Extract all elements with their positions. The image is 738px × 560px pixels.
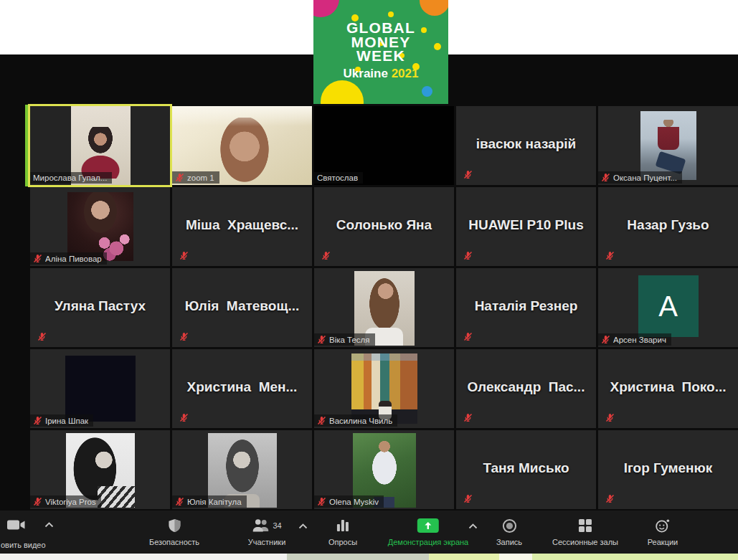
participant-tile[interactable]: Олександр Пас...	[456, 349, 596, 428]
participant-tile[interactable]: Міша Хращевс...	[172, 187, 312, 266]
muted-mic-icon	[179, 413, 189, 422]
participant-tile[interactable]: Назар Гузьо	[598, 187, 738, 266]
muted-mic-icon	[463, 251, 473, 260]
participant-tile[interactable]: A Арсен Зварич	[598, 268, 738, 347]
chevron-up-icon[interactable]	[44, 522, 54, 528]
muted-mic-icon	[463, 170, 473, 179]
participant-tile[interactable]: Христина Мен...	[172, 349, 312, 428]
participant-name: Василина Чвиль	[329, 417, 392, 425]
participant-name: Юлія Капітула	[187, 498, 242, 506]
name-label	[460, 331, 478, 343]
name-label: Viktoriya Pros	[30, 495, 101, 508]
name-label	[460, 169, 478, 181]
name-label: Віка Тесля	[314, 333, 375, 346]
muted-mic-icon	[605, 494, 615, 503]
avatar	[640, 111, 696, 180]
muted-mic-icon	[179, 332, 189, 341]
participant-tile[interactable]: Юлія Капітула	[172, 430, 312, 509]
participant-tile[interactable]: Таня Мисько	[456, 430, 596, 509]
polls-label: Опросы	[328, 538, 357, 546]
name-label	[318, 250, 336, 262]
participant-name-center: Солонько Яна	[314, 217, 454, 233]
logo-line: GLOBAL	[313, 21, 448, 35]
meeting-area: Мирослава Гупал... zoom 1 Святослав	[0, 54, 738, 560]
participant-tile[interactable]: Святослав	[314, 106, 454, 185]
participants-chevron-up-icon[interactable]	[298, 523, 308, 529]
muted-mic-icon	[463, 413, 473, 422]
name-label: Арсен Зварич	[598, 333, 671, 346]
participant-name: Ірина Шпак	[45, 417, 88, 425]
participant-tile[interactable]: Наталія Резнер	[456, 268, 596, 347]
polls-button[interactable]: Опросы	[328, 518, 357, 546]
participant-tile[interactable]: Мирослава Гупал...	[30, 106, 170, 185]
participant-tile[interactable]: івасюк назарій	[456, 106, 596, 185]
muted-mic-icon	[37, 332, 47, 341]
muted-mic-icon	[605, 413, 615, 422]
name-label	[460, 250, 478, 262]
avatar: A	[638, 275, 699, 337]
video-camera-icon	[6, 518, 26, 531]
muted-mic-icon	[175, 497, 184, 506]
participant-tile[interactable]: Уляна Пастух	[30, 268, 170, 347]
participant-name: Olena Myskiv	[329, 498, 379, 506]
participant-grid: Мирослава Гупал... zoom 1 Святослав	[30, 106, 738, 509]
logo-country: Ukraine	[344, 67, 388, 80]
participants-count-badge: 34	[273, 521, 281, 530]
desktop-strip-green2	[532, 554, 738, 560]
participant-tile[interactable]: zoom 1	[172, 106, 312, 185]
participant-name-center: Юлія Матевощ...	[172, 298, 312, 314]
participants-button[interactable]: 34 Участники	[248, 518, 286, 546]
participant-name: Мирослава Гупал...	[33, 174, 107, 182]
stop-video-button[interactable]: овить видео	[0, 518, 86, 531]
participant-tile[interactable]: Віка Тесля	[314, 268, 454, 347]
muted-mic-icon	[175, 173, 184, 182]
participant-name-center: Уляна Пастух	[30, 298, 170, 314]
avatar	[67, 192, 133, 261]
participant-tile[interactable]: Оксана Пуцент...	[598, 106, 738, 185]
participant-name-center: HUAWEI P10 Plus	[456, 217, 596, 233]
record-button[interactable]: Запись	[496, 518, 522, 546]
gmw-logo-subtitle: Ukraine 2021	[313, 67, 448, 81]
participant-tile[interactable]: Ірина Шпак	[30, 349, 170, 428]
participant-tile[interactable]: Olena Myskiv	[314, 430, 454, 509]
participant-tile[interactable]: Юлія Матевощ...	[172, 268, 312, 347]
desktop-strip-graygreen	[287, 554, 429, 560]
participant-name-center: Олександр Пас...	[456, 379, 596, 395]
reactions-label: Реакции	[648, 538, 678, 546]
breakout-rooms-label: Сессионные залы	[552, 538, 618, 546]
muted-mic-icon	[33, 497, 42, 506]
participant-tile[interactable]: Аліна Пивовар	[30, 187, 170, 266]
participant-tile[interactable]: Солонько Яна	[314, 187, 454, 266]
name-label: Василина Чвиль	[314, 414, 397, 427]
participant-tile[interactable]: Ігор Гуменюк	[598, 430, 738, 509]
muted-mic-icon	[317, 497, 326, 506]
security-button[interactable]: Безопасность	[149, 518, 199, 546]
muted-mic-icon	[317, 335, 326, 344]
reactions-icon	[655, 518, 671, 533]
desktop-strip-white	[0, 554, 287, 560]
participant-name-center: Наталія Резнер	[456, 298, 596, 314]
name-label	[602, 412, 620, 424]
participant-name: Віка Тесля	[329, 336, 370, 344]
participant-name: Святослав	[317, 174, 358, 182]
participant-name-center: івасюк назарій	[456, 136, 596, 152]
participant-tile[interactable]: Viktoriya Pros	[30, 430, 170, 509]
gmw-logo: GLOBAL MONEY WEEK Ukraine 2021	[313, 0, 448, 104]
participant-tile[interactable]: Христина Поко...	[598, 349, 738, 428]
logo-dot	[422, 86, 432, 97]
stop-video-label: овить видео	[1, 541, 46, 549]
share-screen-button[interactable]: Демонстрация экрана	[388, 518, 468, 546]
participant-tile[interactable]: Василина Чвиль	[314, 349, 454, 428]
muted-mic-icon	[33, 416, 42, 425]
reactions-button[interactable]: Реакции	[648, 518, 678, 546]
gmw-logo-title: GLOBAL MONEY WEEK	[313, 21, 448, 63]
participant-name-center: Христина Мен...	[172, 379, 312, 395]
share-screen-chevron-up-icon[interactable]	[468, 523, 478, 529]
name-label	[34, 331, 52, 343]
shield-icon	[167, 518, 181, 533]
muted-mic-icon	[463, 332, 473, 341]
participant-name: zoom 1	[187, 174, 214, 182]
breakout-rooms-button[interactable]: Сессионные залы	[552, 518, 618, 546]
muted-mic-icon	[601, 335, 610, 344]
participant-tile[interactable]: HUAWEI P10 Plus	[456, 187, 596, 266]
